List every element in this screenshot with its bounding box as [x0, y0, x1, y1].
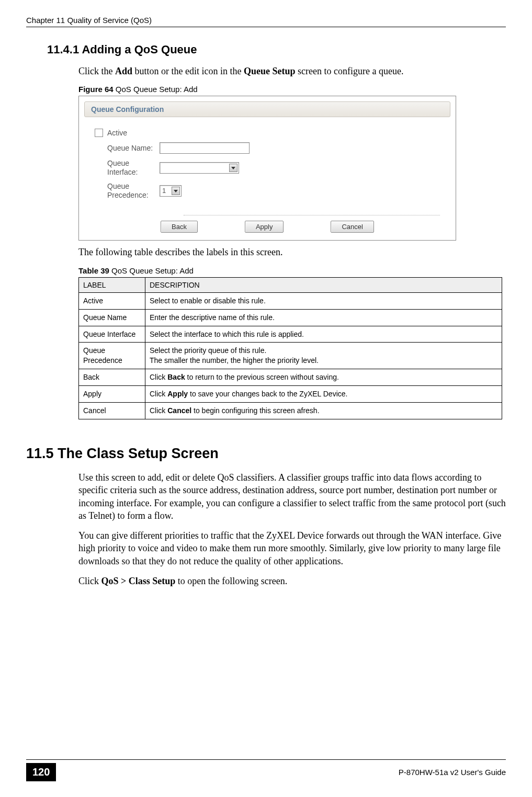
active-label: Active	[107, 129, 127, 137]
cell-desc: Click Cancel to begin configuring this s…	[145, 403, 502, 419]
text: to begin configuring this screen afresh.	[191, 406, 319, 415]
text: to return to the previous screen without…	[185, 373, 339, 381]
text: button or the edit icon in the	[132, 66, 244, 76]
table-row: Queue Name Enter the descriptive name of…	[79, 309, 502, 326]
figure-caption: Figure 64 QoS Queue Setup: Add	[78, 85, 506, 94]
table-row: Apply Click Apply to save your changes b…	[79, 386, 502, 403]
cell-label: Queue Interface	[79, 326, 145, 343]
description-table: LABEL DESCRIPTION Active Select to enabl…	[78, 277, 502, 419]
post-figure-text: The following table describes the labels…	[78, 246, 506, 258]
text: Click	[150, 390, 167, 398]
text-bold: Apply	[167, 390, 188, 398]
text: to open the following screen.	[175, 576, 287, 586]
apply-button[interactable]: Apply	[245, 221, 284, 233]
text-bold: Add	[115, 66, 132, 76]
text-bold: Queue Setup	[244, 66, 296, 76]
text: Click	[150, 373, 167, 381]
text-bold: Back	[167, 373, 185, 381]
body-paragraph: You can give different priorities to tra…	[78, 529, 506, 567]
chapter-header: Chapter 11 Quality of Service (QoS)	[26, 16, 506, 27]
body-paragraph: Use this screen to add, edit or delete Q…	[78, 471, 506, 522]
table-row: Back Click Back to return to the previou…	[79, 369, 502, 386]
table-row: Queue Precedence Select the priority que…	[79, 343, 502, 369]
cell-label: Back	[79, 369, 145, 386]
text: Click	[78, 576, 101, 586]
text-bold: QoS > Class Setup	[101, 576, 176, 586]
body-paragraph: Click QoS > Class Setup to open the foll…	[78, 575, 506, 587]
text: Click	[150, 406, 167, 415]
section-heading-11-4-1: 11.4.1 Adding a QoS Queue	[47, 43, 506, 56]
table-row: Queue Interface Select the interface to …	[79, 326, 502, 343]
queue-name-input[interactable]	[160, 142, 250, 154]
cell-label: Queue Name	[79, 309, 145, 326]
queue-interface-label: Queue Interface:	[107, 159, 160, 177]
intro-paragraph: Click the Add button or the edit icon in…	[78, 65, 506, 77]
page-number: 120	[26, 763, 56, 781]
queue-precedence-select[interactable]: 1	[160, 185, 182, 197]
table-caption: Table 39 QoS Queue Setup: Add	[78, 266, 506, 275]
table-row: Active Select to enable or disable this …	[79, 292, 502, 309]
queue-interface-select[interactable]	[160, 162, 239, 174]
table-row: Cancel Click Cancel to begin configuring…	[79, 403, 502, 419]
table-header-desc: DESCRIPTION	[145, 277, 502, 292]
cell-desc: Select the interface to which this rule …	[145, 326, 502, 343]
screenshot-queue-config: Queue Configuration Active Queue Name: Q…	[78, 96, 456, 241]
cell-desc: Select the priority queue of this rule. …	[145, 343, 502, 369]
dialog-title: Queue Configuration	[84, 101, 450, 117]
cell-desc: Enter the descriptive name of this rule.	[145, 309, 502, 326]
queue-precedence-value: 1	[160, 187, 166, 195]
table-header-label: LABEL	[79, 277, 145, 292]
cell-desc: Select to enable or disable this rule.	[145, 292, 502, 309]
guide-name: P-870HW-51a v2 User's Guide	[399, 768, 506, 777]
cell-label: Queue Precedence	[79, 343, 145, 369]
figure-label: Figure 64	[78, 85, 116, 94]
text-bold: Cancel	[167, 406, 191, 415]
cell-desc: Click Apply to save your changes back to…	[145, 386, 502, 403]
cell-label: Apply	[79, 386, 145, 403]
queue-precedence-label: Queue Precedence:	[107, 182, 160, 200]
text: screen to configure a queue.	[296, 66, 404, 76]
text: Click the	[78, 66, 115, 76]
page-footer: 120 P-870HW-51a v2 User's Guide	[26, 759, 506, 781]
section-heading-11-5: 11.5 The Class Setup Screen	[26, 446, 506, 462]
table-label: Table 39	[78, 266, 111, 275]
cancel-button[interactable]: Cancel	[331, 221, 373, 233]
figure-title: QoS Queue Setup: Add	[116, 85, 198, 94]
cell-label: Cancel	[79, 403, 145, 419]
cell-desc: Click Back to return to the previous scr…	[145, 369, 502, 386]
queue-name-label: Queue Name:	[107, 144, 160, 153]
text: to save your changes back to the ZyXEL D…	[188, 390, 347, 398]
table-title: QoS Queue Setup: Add	[111, 266, 194, 275]
active-checkbox[interactable]	[95, 129, 103, 137]
back-button[interactable]: Back	[161, 221, 198, 233]
cell-label: Active	[79, 292, 145, 309]
